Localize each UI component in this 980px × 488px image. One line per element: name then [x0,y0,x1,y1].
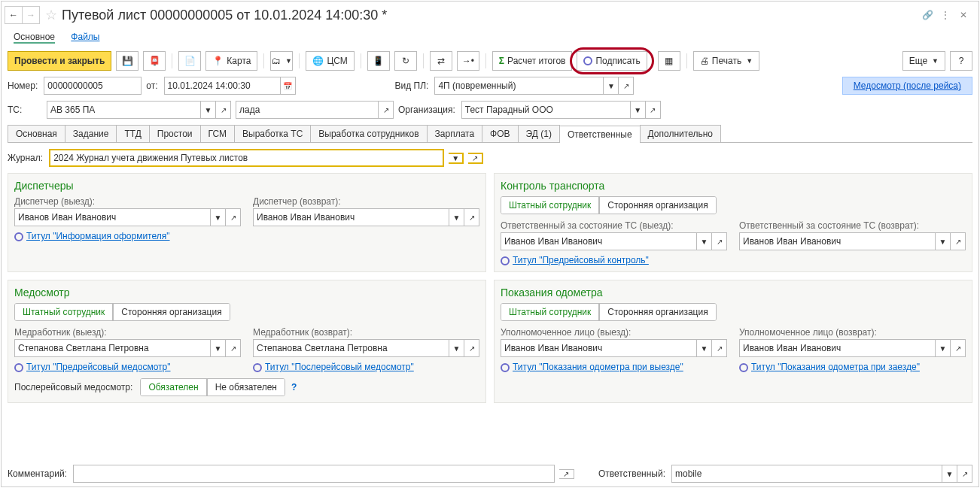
subnav-main[interactable]: Основное [14,32,55,44]
help-button[interactable]: ? [950,51,972,71]
med-seg-ext[interactable]: Сторонняя организация [113,304,229,320]
refresh-button[interactable]: ↻ [394,51,417,71]
titul-posttrip-med-link[interactable]: Титул "Послерейсовый медосмотр" [265,362,414,372]
kontrol-out-open[interactable]: ↗ [712,232,727,250]
phone-button[interactable]: 📱 [367,51,390,71]
med-after-trip-link[interactable]: Медосмотр (после рейса) [842,77,972,95]
favorite-star-icon[interactable]: ☆ [45,7,57,23]
odo-out-field[interactable]: Иванов Иван Иванович [501,339,697,357]
kontrol-out-dropdown[interactable]: ▼ [697,232,712,250]
med-in-field[interactable]: Степанова Светлана Петровна [253,339,449,357]
model-open[interactable]: ↗ [379,101,394,119]
ts-field[interactable]: АВ 365 ПА [47,101,201,119]
kontrol-out-field[interactable]: Иванов Иван Иванович [501,232,697,250]
number-field[interactable]: 00000000005 [44,77,142,95]
kontrol-in-field[interactable]: Иванов Иван Иванович [739,232,936,250]
post-med-required[interactable]: Обязателен [141,379,206,396]
qr-button[interactable]: ▦ [658,51,680,71]
kontrol-seg-ext[interactable]: Сторонняя организация [599,197,715,214]
kontrol-seg-staff[interactable]: Штатный сотрудник [501,197,599,214]
disp-out-field[interactable]: Иванов Иван Иванович [14,208,211,226]
tab-fov[interactable]: ФОВ [482,125,518,142]
link-icon[interactable]: 🔗 [918,6,936,24]
resp-dropdown[interactable]: ▼ [942,465,957,483]
tab-gsm[interactable]: ГСМ [200,125,236,142]
csm-button[interactable]: 🌐 ЦСМ [306,51,354,71]
med-in-dropdown[interactable]: ▼ [449,339,464,357]
post-button[interactable]: 📮 [143,51,166,71]
titul-pretrip-med-link[interactable]: Титул "Предрейсовый медосмотр" [26,362,171,372]
number-label: Номер: [8,80,38,91]
disp-out-dropdown[interactable]: ▼ [211,208,226,226]
med-out-dropdown[interactable]: ▼ [211,339,226,357]
org-field[interactable]: Тест Парадный ООО [461,101,631,119]
nav-back-button[interactable]: ← [5,6,23,24]
org-dropdown[interactable]: ▼ [631,101,646,119]
map-button[interactable]: 📍Карта [205,51,257,71]
resp-open[interactable]: ↗ [957,465,972,483]
journal-field[interactable]: 2024 Журнал учета движения Путевых листо… [49,149,444,167]
tab-idle[interactable]: Простои [149,125,201,142]
disp-out-open[interactable]: ↗ [226,208,241,226]
swap-out-button[interactable]: ⇄ [430,51,452,71]
vidpl-open[interactable]: ↗ [619,77,634,95]
med-out-field[interactable]: Степанова Светлана Петровна [14,339,211,357]
med-in-open[interactable]: ↗ [464,339,479,357]
resp-field[interactable]: mobile [671,465,942,483]
kebab-menu-icon[interactable]: ⋮ [936,6,954,24]
tab-salary[interactable]: Зарплата [427,125,483,142]
disp-in-dropdown[interactable]: ▼ [449,208,464,226]
calc-totals-button[interactable]: Σ Расчет итогов [492,51,573,71]
disp-in-field[interactable]: Иванов Иван Иванович [253,208,449,226]
titul-odo-out-link[interactable]: Титул "Показания одометра при выезде" [513,362,683,372]
tab-ttd[interactable]: ТТД [116,125,149,142]
tab-additional[interactable]: Дополнительно [640,125,721,142]
tab-ed[interactable]: ЭД (1) [518,125,560,142]
more-button[interactable]: Еще▼ [902,51,945,71]
kontrol-in-dropdown[interactable]: ▼ [936,232,951,250]
save-button[interactable]: 💾 [116,51,138,71]
tab-basic[interactable]: Основная [8,125,65,142]
create-based-button[interactable]: 🗂▼ [270,51,293,71]
based-on-button[interactable]: 📄 [178,51,201,71]
titul-pretrip-control-link[interactable]: Титул "Предрейсовый контроль" [513,255,649,265]
kontrol-in-open[interactable]: ↗ [951,232,966,250]
comment-open[interactable]: ↗ [559,469,574,479]
nav-forward-button[interactable]: → [22,6,40,24]
disp-in-open[interactable]: ↗ [464,208,479,226]
ts-open[interactable]: ↗ [216,101,231,119]
sign-button[interactable]: Подписать [577,51,647,71]
subnav-files[interactable]: Файлы [71,32,99,42]
vidpl-dropdown[interactable]: ▼ [604,77,619,95]
journal-dropdown[interactable]: ▼ [449,153,464,164]
ts-dropdown[interactable]: ▼ [201,101,216,119]
org-open[interactable]: ↗ [646,101,661,119]
tab-output-staff[interactable]: Выработка сотрудников [310,125,427,142]
med-out-open[interactable]: ↗ [226,339,241,357]
comment-field[interactable] [73,465,555,483]
med-seg-staff[interactable]: Штатный сотрудник [15,304,113,320]
tab-responsible[interactable]: Ответственные [559,126,641,143]
odo-seg-ext[interactable]: Сторонняя организация [599,304,715,320]
odo-in-field[interactable]: Иванов Иван Иванович [739,339,936,357]
close-icon[interactable]: ✕ [954,6,972,24]
titul-odo-in-link[interactable]: Титул "Показания одометра при заезде" [751,362,920,372]
odo-in-open[interactable]: ↗ [951,339,966,357]
tab-output-ts[interactable]: Выработка ТС [234,125,311,142]
date-field[interactable]: 10.01.2024 14:00:30 [164,77,281,95]
calendar-icon[interactable]: 📅 [281,77,296,95]
titul-issuer-link[interactable]: Титул "Информация оформителя" [26,231,170,241]
model-field[interactable]: лада [236,101,379,119]
odo-out-dropdown[interactable]: ▼ [697,339,712,357]
post-med-optional[interactable]: Не обязателен [207,379,285,396]
odo-in-dropdown[interactable]: ▼ [936,339,951,357]
post-med-help-icon[interactable]: ? [291,382,297,393]
odo-seg-staff[interactable]: Штатный сотрудник [501,304,599,320]
print-button[interactable]: 🖨 Печать▼ [693,51,759,71]
odo-out-open[interactable]: ↗ [712,339,727,357]
swap-in-button[interactable]: →• [457,51,479,71]
journal-open[interactable]: ↗ [468,153,483,164]
tab-task[interactable]: Задание [65,125,117,142]
vidpl-field[interactable]: 4П (повременный) [434,77,604,95]
post-and-close-button[interactable]: Провести и закрыть [8,51,111,71]
